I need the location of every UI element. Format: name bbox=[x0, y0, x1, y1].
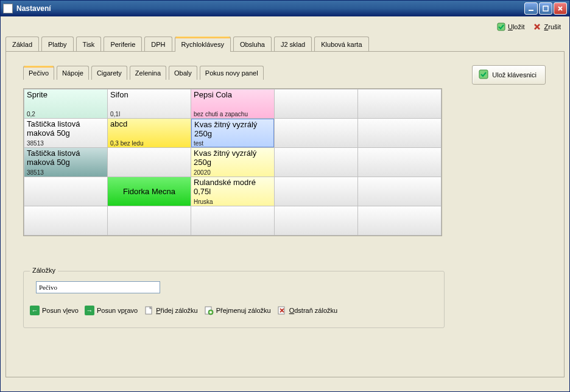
svg-rect-0 bbox=[529, 10, 533, 11]
posun-vlevo-button[interactable]: ← Posun vlevo bbox=[30, 306, 79, 315]
svg-rect-1 bbox=[543, 6, 548, 11]
svg-rect-2 bbox=[498, 23, 505, 30]
prejmenuj-label: Přejmenuj záložku bbox=[216, 307, 271, 314]
product-cell[interactable] bbox=[358, 119, 442, 148]
save-keyboard-label: Ulož klávesnici bbox=[492, 71, 537, 79]
product-cell[interactable]: Taštička listová maková 50g38513 bbox=[24, 119, 108, 148]
posun-vpravo-button[interactable]: → Posun vpravo bbox=[85, 306, 138, 315]
sub-tab[interactable]: Pečivo bbox=[23, 66, 54, 80]
main-tab[interactable]: DPH bbox=[144, 37, 172, 52]
svg-rect-3 bbox=[479, 70, 488, 79]
zalozky-name-input[interactable] bbox=[36, 281, 160, 293]
save-keyboard-icon bbox=[479, 69, 488, 80]
product-cell[interactable] bbox=[358, 89, 442, 119]
main-tab[interactable]: Rychloklávesy bbox=[175, 37, 231, 52]
window-title: Nastavení bbox=[16, 4, 51, 13]
product-cell[interactable]: Taštička listová maková 50g38513 bbox=[24, 148, 108, 177]
product-grid: Sprite0,2Sifon0,1lPepsi Colabez chuti a … bbox=[23, 88, 442, 236]
product-title: Taštička listová maková 50g bbox=[27, 149, 105, 167]
delete-icon bbox=[277, 306, 287, 315]
product-cell[interactable] bbox=[275, 148, 358, 177]
product-subtitle: test bbox=[194, 140, 272, 147]
sub-tab[interactable]: Obaly bbox=[169, 66, 197, 80]
product-subtitle: bez chuti a zapachu bbox=[194, 111, 272, 118]
product-title: Taštička listová maková 50g bbox=[27, 120, 105, 138]
product-title: Rulandské modré 0,75l bbox=[194, 178, 272, 197]
main-tab[interactable]: Obsluha bbox=[233, 37, 272, 52]
product-subtitle: 0,1l bbox=[110, 111, 188, 118]
window: Nastavení Uložit bbox=[0, 0, 570, 392]
product-subtitle: 38513 bbox=[27, 140, 105, 147]
new-page-icon bbox=[144, 306, 153, 315]
pridej-zalozku-button[interactable]: Přidej záložku bbox=[144, 306, 197, 315]
product-cell[interactable]: abcd0,3 bez ledu bbox=[108, 119, 191, 148]
odstran-label: Odstraň záložku bbox=[289, 307, 338, 314]
product-cell[interactable]: Kvas žitný vyzrálý 250gtest bbox=[191, 119, 275, 148]
product-title: Kvas žitný vyzrálý 250g bbox=[194, 121, 271, 139]
product-cell[interactable] bbox=[275, 89, 358, 119]
zalozky-legend: Záložky bbox=[30, 267, 58, 274]
main-tabpanel: PečivoNápojeCigaretyZeleninaObalyPokus n… bbox=[5, 51, 565, 377]
product-title: Pepsi Cola bbox=[194, 91, 272, 100]
sub-tab[interactable]: Nápoje bbox=[57, 66, 89, 80]
titlebar: Nastavení bbox=[1, 1, 569, 16]
maximize-button[interactable] bbox=[539, 2, 552, 15]
product-cell[interactable] bbox=[358, 206, 442, 236]
main-tab[interactable]: Základ bbox=[5, 37, 39, 52]
cancel-label: Zrušit bbox=[544, 23, 561, 30]
arrow-right-icon: → bbox=[85, 306, 94, 315]
posun-vlevo-label: Posun vlevo bbox=[42, 307, 79, 314]
sub-tabstrip: PečivoNápojeCigaretyZeleninaObalyPokus n… bbox=[23, 65, 264, 79]
product-title: Sifon bbox=[110, 91, 188, 100]
product-cell[interactable]: Sifon0,1l bbox=[108, 89, 191, 119]
main-tab[interactable]: J2 sklad bbox=[274, 37, 312, 52]
save-action[interactable]: Uložit bbox=[497, 23, 525, 31]
posun-vpravo-label: Posun vpravo bbox=[97, 307, 138, 314]
pridej-label: Přidej záložku bbox=[156, 307, 197, 314]
main-tab[interactable]: Tisk bbox=[76, 37, 102, 52]
odstran-zalozku-button[interactable]: Odstraň záložku bbox=[277, 306, 338, 315]
close-button[interactable] bbox=[554, 2, 567, 15]
prejmenuj-zalozku-button[interactable]: Přejmenuj záložku bbox=[204, 306, 271, 315]
product-cell[interactable] bbox=[108, 206, 191, 236]
sub-tab[interactable]: Zelenina bbox=[130, 66, 166, 80]
cancel-icon bbox=[533, 23, 541, 31]
product-cell[interactable] bbox=[108, 148, 191, 177]
product-subtitle: 0,2 bbox=[27, 111, 105, 118]
sub-tab[interactable]: Pokus novy panel bbox=[200, 66, 264, 80]
product-cell[interactable]: Kvas žitný vyzrálý 250g20020 bbox=[191, 148, 275, 177]
product-cell[interactable]: Pepsi Colabez chuti a zapachu bbox=[191, 89, 275, 119]
product-cell[interactable] bbox=[275, 206, 358, 236]
product-title: abcd bbox=[110, 120, 188, 129]
client-area: Uložit Zrušit ZákladPlatbyTiskPeriferieD… bbox=[1, 16, 569, 391]
save-label: Uložit bbox=[508, 23, 525, 30]
main-tab[interactable]: Klubová karta bbox=[314, 37, 368, 52]
product-cell[interactable] bbox=[275, 177, 358, 206]
save-keyboard-button[interactable]: Ulož klávesnici bbox=[472, 65, 546, 85]
product-cell[interactable] bbox=[358, 148, 442, 177]
product-cell[interactable]: Fidorka Mecna bbox=[108, 177, 191, 206]
main-tabstrip: ZákladPlatbyTiskPeriferieDPHRychlokláves… bbox=[5, 36, 565, 51]
product-cell[interactable] bbox=[191, 206, 275, 236]
product-subtitle: 20020 bbox=[194, 169, 272, 177]
product-title: Kvas žitný vyzrálý 250g bbox=[194, 149, 272, 167]
product-title: Sprite bbox=[27, 91, 105, 100]
product-cell[interactable] bbox=[358, 177, 442, 206]
product-cell[interactable]: Rulandské modré 0,75lHruska bbox=[191, 177, 275, 206]
product-cell[interactable] bbox=[24, 206, 108, 236]
arrow-left-icon: ← bbox=[30, 306, 40, 315]
main-tab[interactable]: Platby bbox=[41, 37, 74, 52]
save-icon bbox=[497, 23, 505, 31]
cancel-action[interactable]: Zrušit bbox=[533, 23, 561, 31]
rename-icon bbox=[204, 306, 214, 315]
zalozky-group: Záložky ← Posun vlevo → Posun vpravo bbox=[23, 271, 445, 328]
product-cell[interactable]: Sprite0,2 bbox=[24, 89, 108, 119]
product-cell[interactable] bbox=[24, 177, 108, 206]
app-icon bbox=[3, 4, 13, 13]
product-subtitle: 0,3 bez ledu bbox=[110, 140, 188, 147]
product-cell[interactable] bbox=[275, 119, 358, 148]
product-subtitle: Hruska bbox=[194, 198, 272, 206]
minimize-button[interactable] bbox=[524, 2, 538, 15]
sub-tab[interactable]: Cigarety bbox=[91, 66, 127, 80]
main-tab[interactable]: Periferie bbox=[104, 37, 142, 52]
